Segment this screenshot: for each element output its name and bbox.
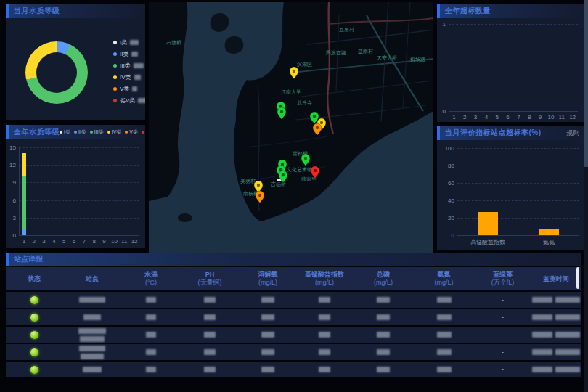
- rules-link[interactable]: 规则: [566, 128, 579, 138]
- x-tick-label: 11: [559, 114, 565, 121]
- table-row[interactable]: -: [6, 344, 581, 360]
- table-row[interactable]: -: [6, 309, 581, 325]
- value-cell: [240, 349, 296, 355]
- legend-item-II类[interactable]: II类: [74, 128, 86, 136]
- value-cell: [296, 332, 353, 338]
- status-cell: [6, 365, 62, 375]
- map-label: 益南村: [358, 49, 373, 54]
- legend-label: III类: [94, 128, 104, 136]
- time-redacted: [555, 314, 580, 320]
- x-tick-label: 6: [506, 114, 509, 121]
- station-name-redacted: [83, 314, 101, 320]
- x-tick-label: 3: [42, 238, 45, 245]
- column-header-unit: (mg/L): [315, 279, 334, 287]
- gridline: [457, 200, 579, 201]
- value-redacted: [437, 314, 452, 320]
- column-header-label: 状态: [28, 275, 41, 283]
- algae-value: -: [502, 366, 504, 373]
- legend-item-I类[interactable]: I类: [113, 38, 145, 46]
- legend-item-V类[interactable]: V类: [113, 85, 145, 93]
- value-cell: [122, 332, 180, 338]
- x-tick-label: 1: [23, 238, 25, 245]
- y-tick-label: 20: [437, 215, 454, 221]
- legend-item-III类[interactable]: III类: [90, 128, 104, 136]
- page-scrollbar-track[interactable]: [584, 0, 588, 392]
- column-header-unit: (无量纲): [198, 279, 222, 287]
- x-axis: [449, 111, 578, 112]
- y-axis: [19, 147, 20, 235]
- panel-title: 当月评价指标站点超标率(%): [445, 128, 542, 138]
- value-redacted: [204, 314, 216, 320]
- time-redacted: [555, 367, 580, 372]
- column-header-label: 总磷: [377, 271, 390, 279]
- pin-center-dot: [282, 173, 285, 176]
- bar: [478, 212, 498, 235]
- value-redacted: [261, 367, 274, 372]
- column-header-label: 水温: [144, 271, 158, 279]
- value-cell: [353, 314, 414, 320]
- column-header-label: 监测时间: [543, 275, 569, 283]
- value-redacted: [377, 297, 390, 303]
- page-scrollbar-thumb[interactable]: [584, 0, 588, 167]
- legend-item-IV类[interactable]: IV类: [107, 128, 122, 136]
- value-cell: [122, 349, 180, 355]
- value-cell: [240, 314, 296, 320]
- legend-label: I类: [120, 38, 127, 46]
- legend-item-劣V类[interactable]: 劣V类: [142, 128, 145, 136]
- column-header-unit: (mg/L): [374, 279, 393, 287]
- table-row[interactable]: -: [6, 362, 581, 377]
- station-name-redacted: [81, 354, 104, 359]
- table-row[interactable]: -: [6, 327, 581, 343]
- legend-item-I类[interactable]: I类: [60, 128, 70, 136]
- panel-title: 全年超标数量: [445, 6, 491, 16]
- value-cell: [353, 349, 414, 355]
- map-label: 天安大桥: [377, 55, 397, 60]
- station-table-header: 站点详报: [6, 253, 581, 266]
- legend-item-III类[interactable]: III类: [113, 62, 145, 70]
- value-cell: [414, 314, 474, 320]
- x-tick-label: 4: [52, 238, 55, 245]
- month-quality-donut-chart[interactable]: [25, 41, 88, 104]
- time-redacted: [532, 349, 552, 355]
- legend-label: II类: [120, 50, 128, 58]
- legend-label: IV类: [112, 128, 122, 136]
- legend-dot: [60, 131, 62, 134]
- value-redacted: [319, 332, 330, 338]
- algae-cell: -: [474, 296, 531, 303]
- y-tick-label: 6: [6, 197, 16, 203]
- map[interactable]: 石塘桥五星村滨湖区高浪西路益南村天安大桥机场路江南大学北丘寺青祁桥文化艺术馆吴塘…: [149, 2, 433, 253]
- value-redacted: [204, 349, 216, 355]
- table-row[interactable]: -: [6, 292, 581, 308]
- algae-value: -: [502, 296, 504, 303]
- column-header-6: 高锰酸盐指数(mg/L): [296, 271, 353, 287]
- legend-item-V类[interactable]: V类: [125, 128, 138, 136]
- panel-year-exceed: 全年超标数量 01123456789101112: [437, 4, 585, 122]
- legend-item-IV类[interactable]: IV类: [113, 73, 145, 81]
- x-tick-label: 7: [83, 238, 86, 245]
- column-header-1: 状态: [6, 275, 62, 283]
- time-redacted: [532, 297, 552, 303]
- map-label: 五星村: [339, 27, 354, 33]
- algae-cell: -: [474, 331, 531, 338]
- legend-dot: [90, 131, 93, 134]
- legend-dot: [113, 52, 117, 56]
- column-header-3: 水温(°C): [122, 271, 180, 287]
- x-tick-label: 3: [474, 114, 477, 121]
- legend-item-II类[interactable]: II类: [113, 50, 145, 58]
- station-cell: [62, 328, 122, 342]
- y-tick-label: 0: [437, 108, 446, 115]
- column-header-4: PH(无量纲): [180, 271, 240, 287]
- algae-value: -: [502, 314, 504, 321]
- x-axis: [19, 235, 139, 236]
- status-dot: [30, 313, 39, 322]
- value-redacted: [146, 314, 156, 320]
- table-scrollbar-thumb[interactable]: [576, 267, 579, 289]
- value-redacted: [261, 297, 274, 303]
- column-header-unit: (°C): [145, 279, 157, 287]
- panel-year-quality: 全年水质等级 I类II类III类IV类V类劣V类 036912151234567…: [6, 125, 145, 248]
- legend-item-劣V类[interactable]: 劣V类: [113, 97, 145, 105]
- map-canvas: 石塘桥五星村滨湖区高浪西路益南村天安大桥机场路江南大学北丘寺青祁桥文化艺术馆吴塘…: [149, 2, 433, 253]
- status-cell: [6, 330, 62, 340]
- legend-label: I类: [64, 128, 70, 136]
- value-cell: [353, 297, 414, 303]
